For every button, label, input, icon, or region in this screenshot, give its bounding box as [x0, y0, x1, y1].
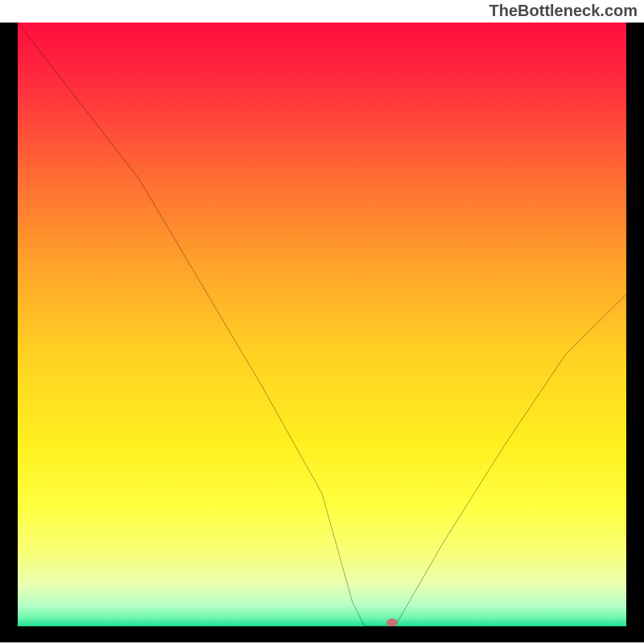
bottleneck-plot — [18, 23, 626, 626]
plot-frame — [0, 23, 644, 642]
plot-background — [18, 23, 626, 626]
chart-container: TheBottleneck.com — [0, 0, 644, 644]
attribution-label: TheBottleneck.com — [489, 2, 638, 20]
